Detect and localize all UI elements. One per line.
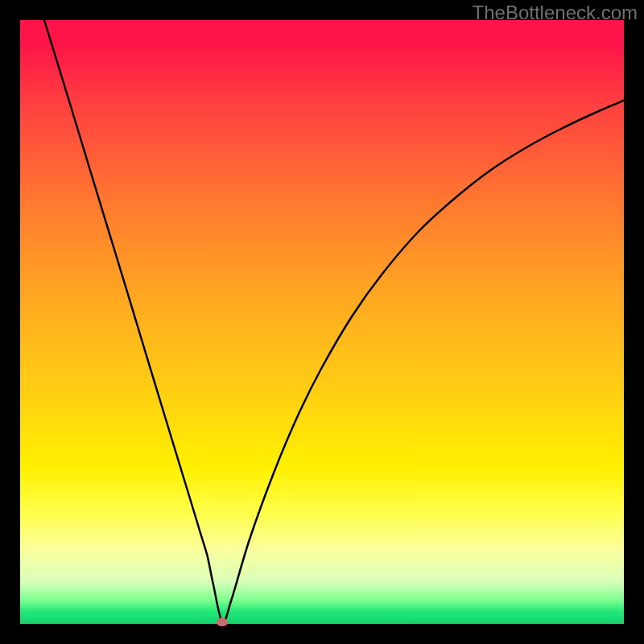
watermark-text: TheBottleneck.com <box>473 2 638 24</box>
minimum-marker <box>217 618 228 626</box>
plot-area <box>20 20 624 624</box>
bottleneck-curve <box>20 20 624 624</box>
chart-frame: TheBottleneck.com <box>0 0 644 644</box>
